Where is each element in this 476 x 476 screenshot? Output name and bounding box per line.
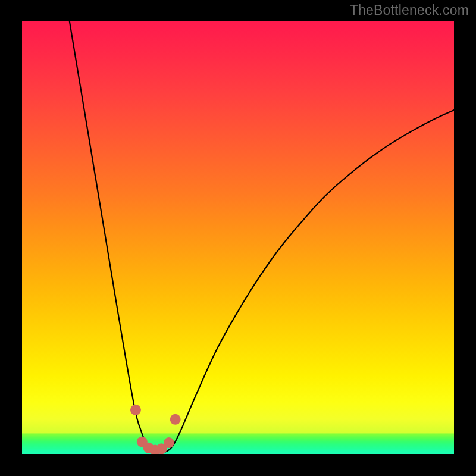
trough-marker (130, 405, 141, 415)
chart-root: TheBottleneck.com (0, 0, 476, 476)
bottleneck-curve (70, 21, 454, 453)
trough-marker (164, 437, 174, 448)
trough-marker (170, 414, 181, 425)
curve-layer (22, 21, 454, 454)
plot-area (22, 21, 454, 454)
watermark-text: TheBottleneck.com (350, 2, 469, 18)
